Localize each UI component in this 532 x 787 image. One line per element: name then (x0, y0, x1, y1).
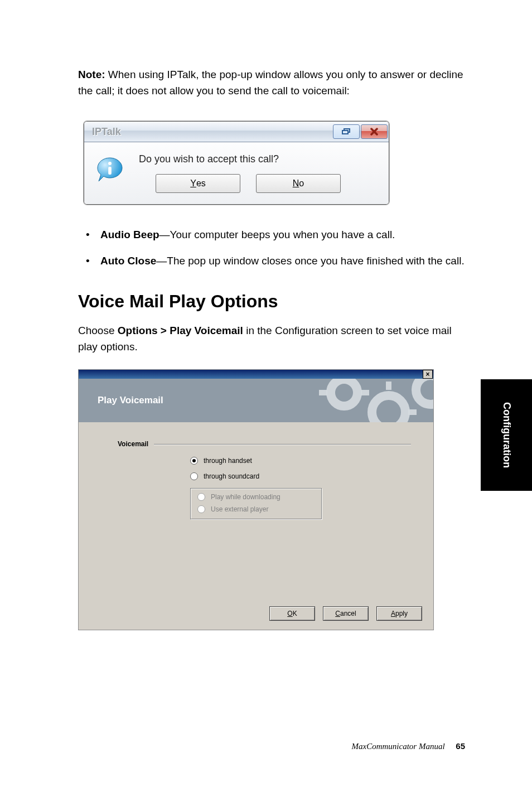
pv-titlebar: × (79, 370, 433, 379)
pv-body: Voicemail through handset through soundc… (79, 422, 433, 600)
section-heading: Voice Mail Play Options (78, 291, 465, 312)
cancel-button[interactable]: Cancel (323, 606, 369, 621)
divider-line (154, 444, 411, 445)
side-tab-configuration: Configuration (481, 379, 532, 491)
soundcard-subgroup: Play while downloading Use external play… (190, 488, 322, 519)
gears-icon (305, 379, 433, 422)
radio-icon (190, 457, 198, 465)
radio-icon (197, 505, 205, 513)
svg-point-2 (108, 162, 112, 165)
close-button[interactable] (361, 124, 388, 139)
pv-close-button[interactable]: × (423, 370, 433, 379)
pv-header: Play Voicemail (79, 379, 433, 422)
feature-bullets: Audio Beep—Your computer beeps you when … (78, 227, 465, 269)
radio-use-external-player: Use external player (197, 505, 315, 513)
info-bubble-icon (95, 156, 124, 185)
note-paragraph: Note: When using IPTalk, the pop-up wind… (78, 67, 465, 99)
close-x-icon (369, 128, 379, 136)
restore-button[interactable] (333, 124, 360, 139)
bullet-auto-close: Auto Close—The pop up window closes once… (78, 253, 465, 269)
bullet-audio-beep: Audio Beep—Your computer beeps you when … (78, 227, 465, 243)
ok-button[interactable]: OK (269, 606, 315, 621)
page-footer: MaxCommunicator Manual 65 (351, 741, 465, 751)
footer-manual: MaxCommunicator Manual (351, 742, 444, 751)
section-paragraph: Choose Options > Play Voicemail in the C… (78, 323, 465, 355)
footer-page-number: 65 (456, 741, 465, 751)
play-voicemail-dialog: × Play Voicemail (78, 369, 434, 630)
iptalk-titlebar: IPTalk (84, 122, 389, 142)
pv-header-title: Play Voicemail (98, 395, 163, 406)
pv-group-label: Voicemail (118, 440, 411, 448)
iptalk-dialog: IPTalk (84, 121, 389, 205)
radio-icon (197, 493, 205, 501)
svg-point-5 (372, 395, 405, 422)
iptalk-title: IPTalk (92, 126, 332, 138)
note-text: When using IPTalk, the pop-up window all… (78, 69, 463, 96)
info-icon-wrap (93, 152, 127, 193)
radio-icon (190, 472, 198, 480)
radio-play-while-downloading: Play while downloading (197, 493, 315, 501)
note-label: Note: (78, 69, 105, 80)
svg-point-4 (331, 379, 357, 406)
radio-through-soundcard[interactable]: through soundcard (190, 472, 411, 480)
svg-rect-3 (108, 167, 112, 175)
iptalk-body: Do you wish to accept this call? Yes No (84, 142, 389, 204)
iptalk-message: Do you wish to accept this call? (139, 153, 380, 165)
svg-point-6 (416, 379, 433, 404)
yes-button[interactable]: Yes (156, 174, 240, 193)
radio-through-handset[interactable]: through handset (190, 457, 411, 465)
restore-icon (341, 128, 352, 136)
no-button[interactable]: No (256, 174, 341, 193)
pv-footer: OK Cancel Apply (79, 600, 433, 630)
apply-button[interactable]: Apply (376, 606, 422, 621)
